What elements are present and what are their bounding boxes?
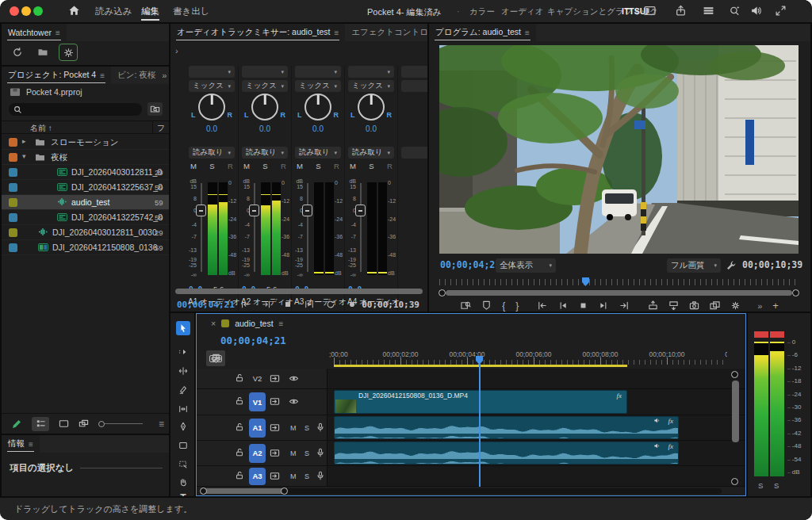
gear-icon[interactable]	[59, 44, 78, 61]
track-target-a3[interactable]: A3	[249, 468, 266, 485]
stop-icon[interactable]	[283, 300, 293, 309]
track-visibility-eye-icon[interactable]	[289, 396, 300, 407]
track-mute-button[interactable]: M	[290, 424, 297, 432]
record-button[interactable]: R	[281, 162, 286, 170]
automate-to-sequence-icon[interactable]: ≡	[159, 419, 164, 430]
audio-clip[interactable]: fx	[334, 416, 679, 439]
panel-menu-icon[interactable]: ≡	[525, 29, 530, 37]
zoom-level-dropdown[interactable]: 全体表示▾	[496, 258, 556, 273]
fx-badge[interactable]: fx	[617, 392, 622, 400]
panel-menu-icon[interactable]: ≡	[56, 29, 60, 37]
workspace-color[interactable]: カラー	[469, 6, 495, 17]
track-lock-icon[interactable]	[235, 373, 246, 384]
volume-fader-handle[interactable]	[355, 205, 366, 216]
tab-program-monitor[interactable]: プログラム: audio_test≡	[429, 24, 536, 41]
volume-fader-track[interactable]	[254, 183, 255, 272]
add-marker-icon[interactable]	[481, 300, 492, 311]
h-scrollbar-left-handle[interactable]	[200, 488, 207, 495]
panel-menu-icon[interactable]: ≡	[279, 319, 284, 328]
list-item[interactable]: DJI_20260412150808_013659	[2, 240, 169, 255]
output-assign-dropdown[interactable]: ミックス▾	[295, 80, 341, 92]
volume-fader-handle[interactable]	[196, 205, 206, 216]
input-assign-dropdown[interactable]: ▾	[348, 66, 394, 78]
search-input[interactable]	[9, 103, 142, 116]
label-ch ip[interactable]	[9, 183, 17, 192]
track-mute-button[interactable]: M	[290, 472, 297, 480]
sync-lock-icon[interactable]	[270, 422, 281, 434]
h-scrollbar-right-handle[interactable]	[281, 488, 288, 495]
volume-fader-track[interactable]	[360, 183, 362, 272]
pan-knob[interactable]	[304, 94, 331, 120]
program-scrollbar[interactable]	[439, 290, 799, 296]
track-target-a1[interactable]: A1	[249, 419, 266, 438]
tab-effect-controls[interactable]: エフェクトコントロー	[345, 24, 427, 41]
play-stop-icon[interactable]	[578, 300, 588, 311]
audio-clip[interactable]: fx	[334, 442, 679, 465]
label-chip[interactable]	[9, 198, 17, 207]
panel-menu-icon[interactable]: ≡	[100, 71, 105, 80]
tab-overflow[interactable]: »	[162, 71, 169, 80]
hand-tool[interactable]	[176, 475, 190, 489]
mute-button[interactable]: M	[297, 162, 303, 170]
show-hide-strips-chevron[interactable]: ›	[175, 46, 178, 55]
automation-mode-dropdown[interactable]: 読み取り▾	[295, 147, 341, 159]
track-solo-button[interactable]: S	[304, 449, 309, 457]
pan-value[interactable]: 0.0	[239, 124, 291, 133]
go-to-in-icon[interactable]	[537, 300, 547, 311]
mixer-h-scrollbar[interactable]	[175, 289, 423, 294]
sync-lock-icon[interactable]	[270, 373, 281, 384]
mark-in-icon[interactable]: {	[502, 300, 505, 312]
column-name[interactable]: 名前 ↑	[30, 123, 52, 134]
output-assign-dropdown[interactable]: ミックス▾	[189, 80, 235, 92]
menu-edit[interactable]: 編集	[141, 6, 159, 21]
fx-badge[interactable]: fx	[668, 417, 674, 425]
automation-mode-dropdown[interactable]: 読み取り▾	[242, 147, 288, 159]
label-chip[interactable]	[9, 228, 17, 237]
track-solo-button[interactable]: S	[304, 472, 309, 480]
go-to-out-icon[interactable]	[619, 300, 630, 311]
icon-view-icon[interactable]	[59, 419, 69, 429]
track-target-a2[interactable]: A2	[249, 444, 266, 463]
list-item-selected[interactable]: audio_test59	[2, 195, 169, 210]
track-lock-icon[interactable]	[235, 396, 246, 407]
tab-watchtower[interactable]: Watchtower≡	[2, 24, 67, 41]
input-assign-dropdown[interactable]: ▾	[295, 66, 341, 78]
tab-project[interactable]: プロジェクト: Pocket 4≡	[2, 67, 111, 84]
scrollbar-right-handle[interactable]	[792, 289, 799, 296]
button-editor-add[interactable]: +	[772, 300, 779, 312]
range-select-tool[interactable]	[176, 457, 190, 472]
type-tool[interactable]: T	[176, 491, 190, 496]
quick-search-icon[interactable]	[729, 5, 741, 17]
label-chip[interactable]	[9, 153, 17, 162]
timeline-current-timecode[interactable]: 00;00;04;21	[220, 335, 286, 346]
sync-lock-icon[interactable]	[270, 448, 281, 459]
column-framerate[interactable]: フ	[157, 123, 165, 134]
volume-fader-track[interactable]	[307, 183, 308, 272]
zoom-slider[interactable]	[98, 421, 143, 427]
voiceover-mic-icon[interactable]	[316, 471, 327, 482]
track-content-a1[interactable]: fx	[327, 415, 745, 440]
volume-fader-handle[interactable]	[302, 205, 312, 216]
record-button[interactable]: R	[334, 162, 339, 170]
list-item[interactable]: DJI_20260403012811_029	[2, 165, 169, 180]
solo-button[interactable]: S	[262, 162, 267, 170]
step-back-icon[interactable]	[557, 300, 568, 311]
mixer-current-timecode[interactable]: 00;00;04;21	[177, 300, 235, 310]
track-lock-icon[interactable]	[235, 422, 246, 434]
project-file-row[interactable]: Pocket 4.prproj	[10, 87, 82, 97]
track-content-a2[interactable]: fx	[327, 441, 745, 465]
close-window-button[interactable]	[10, 6, 19, 16]
workspaces-menu-icon[interactable]	[703, 5, 714, 17]
freeform-view-icon[interactable]	[79, 419, 89, 429]
automation-mode-dropdown[interactable]: 読み取り▾	[189, 147, 235, 159]
sync-lock-icon[interactable]	[270, 471, 281, 482]
selection-tool[interactable]	[176, 321, 190, 335]
solo-left-button[interactable]: S	[758, 481, 763, 490]
track-target-v2[interactable]: V2	[249, 371, 266, 387]
input-assign-dropdown[interactable]: ▾	[242, 66, 288, 78]
play-in-to-out-icon[interactable]	[304, 300, 314, 309]
program-current-timecode[interactable]: 00;00;04;21	[440, 259, 500, 270]
track-mute-button[interactable]: M	[290, 449, 297, 457]
label-chip[interactable]	[9, 168, 17, 177]
voiceover-mic-icon[interactable]	[316, 422, 327, 434]
